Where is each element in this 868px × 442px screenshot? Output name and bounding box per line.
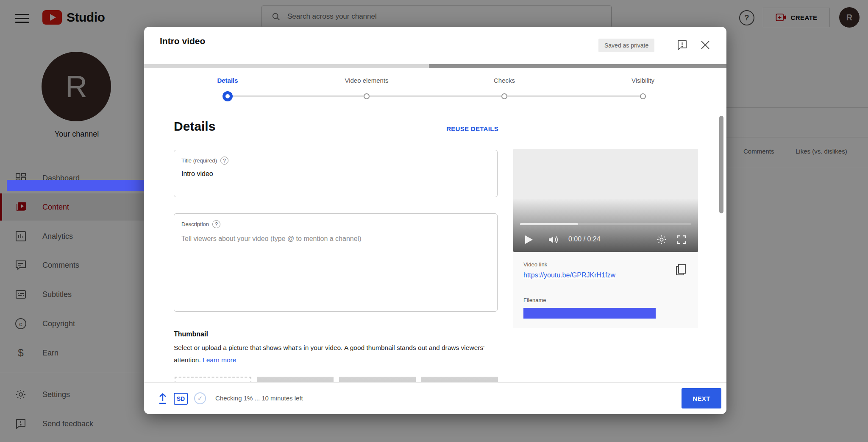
player-time: 0:00 / 0:24 (568, 235, 601, 243)
title-field-label: Title (required) (181, 157, 217, 164)
video-link[interactable]: https://youtu.be/GPRJKrH1fzw (523, 271, 615, 279)
filename-label: Filename (523, 297, 546, 303)
checks-status-icon: ✓ (194, 392, 206, 404)
dialog-footer: SD ✓ Checking 1% ... 10 minutes left NEX… (144, 382, 726, 414)
video-link-label: Video link (523, 261, 547, 268)
step-label-visibility[interactable]: Visibility (596, 77, 690, 84)
step-dot-checks[interactable] (501, 93, 507, 99)
channel-name-redaction (7, 180, 147, 191)
reuse-details-button[interactable]: REUSE DETAILS (414, 125, 498, 132)
close-icon[interactable] (699, 39, 711, 51)
description-help-icon[interactable]: ? (212, 220, 220, 228)
dialog-scrollbar-thumb[interactable] (719, 116, 723, 213)
description-field[interactable]: Description ? Tell viewers about your vi… (174, 213, 498, 312)
video-details-dialog: Intro video Saved as private Details Vid… (144, 27, 726, 414)
step-dot-video-elements[interactable] (364, 93, 370, 99)
learn-more-link[interactable]: Learn more (203, 356, 236, 364)
step-dot-visibility[interactable] (640, 93, 646, 99)
youtube-studio-screen: Studio ? CREATE R (0, 0, 868, 442)
processing-status-text: Checking 1% ... 10 minutes left (215, 394, 303, 402)
video-info-panel: Video link https://youtu.be/GPRJKrH1fzw … (513, 252, 698, 328)
processing-progress-bar (144, 64, 726, 68)
title-help-icon[interactable]: ? (220, 157, 228, 165)
processing-progress-fill (144, 64, 429, 68)
status-chip: Saved as private (598, 39, 654, 52)
player-scrub-bar[interactable] (520, 223, 691, 225)
player-settings-icon[interactable] (657, 235, 667, 245)
description-field-label: Description (181, 221, 209, 227)
dialog-title: Intro video (160, 36, 205, 46)
volume-icon[interactable] (548, 235, 559, 244)
upload-status-icon (158, 393, 168, 404)
step-label-video-elements[interactable]: Video elements (320, 77, 413, 84)
copy-icon[interactable] (675, 264, 686, 276)
play-icon[interactable] (524, 235, 534, 245)
next-button[interactable]: NEXT (682, 388, 721, 408)
fullscreen-icon[interactable] (677, 235, 686, 244)
step-label-details[interactable]: Details (181, 77, 274, 84)
stepper-line (228, 95, 643, 97)
title-field[interactable]: Title (required) ? Intro video (174, 150, 498, 197)
player-controls: 0:00 / 0:24 (513, 232, 698, 249)
player-buffer-fill (520, 223, 578, 225)
filename-redaction (523, 308, 656, 319)
description-placeholder: Tell viewers about your video (type @ to… (181, 235, 361, 243)
thumbnail-description: Select or upload a picture that shows wh… (174, 341, 504, 366)
thumbnail-heading: Thumbnail (174, 330, 208, 338)
dialog-feedback-icon[interactable] (676, 39, 687, 50)
sd-quality-badge: SD (174, 393, 188, 405)
details-section-heading: Details (174, 119, 215, 134)
step-label-checks[interactable]: Checks (458, 77, 551, 84)
step-dot-details[interactable] (223, 91, 233, 101)
title-field-value: Intro video (181, 170, 213, 178)
video-player-preview[interactable]: 0:00 / 0:24 (513, 149, 698, 252)
